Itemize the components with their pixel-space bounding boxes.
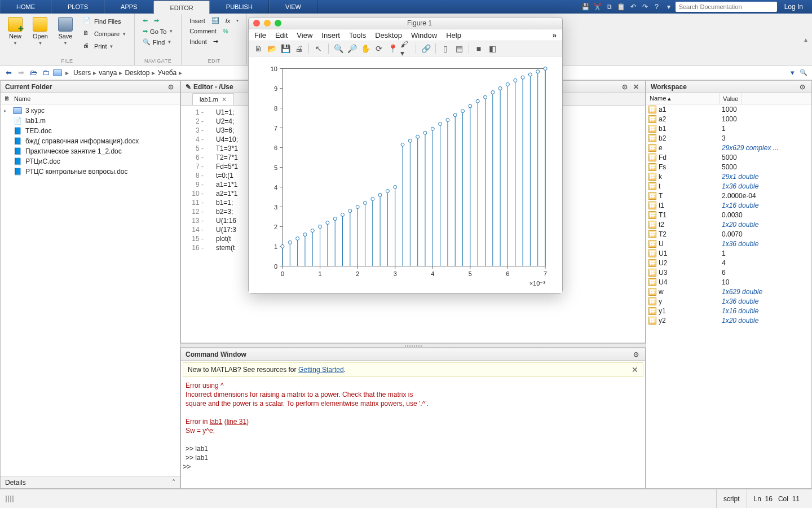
workspace-variable[interactable]: T10.0030	[646, 210, 811, 220]
workspace-variable[interactable]: U1x36 double	[646, 239, 811, 248]
workspace-variable[interactable]: Fs5000	[646, 162, 811, 172]
compare-button[interactable]: 🗎Compare▼	[81, 28, 129, 40]
file-row[interactable]: 📄lab1.m	[1, 116, 180, 126]
expand-details-icon[interactable]: ˄	[172, 479, 175, 487]
command-window-body[interactable]: Error using ^ Incorrect dimensions for r…	[181, 379, 645, 488]
redo-icon[interactable]: ↷	[640, 2, 650, 12]
tab-publish[interactable]: PUBLISH	[210, 0, 269, 14]
menu-window[interactable]: Window	[411, 31, 437, 40]
save-icon[interactable]: 💾	[581, 2, 591, 12]
window-minimize-icon[interactable]	[264, 20, 271, 27]
tab-close-icon[interactable]: ✕	[222, 96, 227, 103]
workspace-variable[interactable]: b23	[646, 133, 811, 143]
nav-up-icon[interactable]: 🗁	[28, 68, 38, 78]
workspace-variable[interactable]: t1x36 double	[646, 181, 811, 191]
brush-icon[interactable]: 🖌▾	[400, 42, 412, 55]
error-file-link[interactable]: lab1	[210, 418, 223, 426]
cut-icon[interactable]: ✂️	[593, 2, 603, 12]
menu-view[interactable]: View	[297, 31, 312, 40]
editor-file-tab[interactable]: lab1.m✕	[192, 93, 234, 105]
help-icon[interactable]: ?	[652, 2, 662, 12]
file-row[interactable]: ▸3 курс	[1, 106, 180, 116]
link-icon[interactable]: 🔗	[420, 42, 432, 55]
save-figure-icon[interactable]: 💾	[279, 42, 292, 55]
workspace-variable[interactable]: a21000	[646, 114, 811, 124]
getting-started-link[interactable]: Getting Started	[298, 366, 344, 374]
pan-icon[interactable]: ✋	[359, 42, 372, 55]
save-button[interactable]: Save▼	[56, 16, 75, 47]
nav-history-icon[interactable]: 🗀	[41, 68, 51, 78]
workspace-variable[interactable]: U24	[646, 258, 811, 268]
find-button[interactable]: Find▼	[140, 37, 175, 47]
workspace-variable[interactable]: U36	[646, 268, 811, 277]
file-row[interactable]: 📘TED.doc	[1, 126, 180, 136]
workspace-variable[interactable]: y11x16 double	[646, 306, 811, 316]
panel-menu-icon[interactable]: ⊙	[632, 350, 641, 359]
breadcrumb[interactable]: Users	[72, 69, 92, 77]
dropdown-icon[interactable]: ▾	[664, 2, 674, 12]
workspace-variable[interactable]: Fd5000	[646, 152, 811, 162]
find-files-button[interactable]: 📄Find Files	[81, 16, 129, 27]
goto-button[interactable]: ➡Go To▼	[140, 27, 175, 36]
nav-back-forward[interactable]: ⬅ ➡	[140, 16, 175, 25]
hide-tools-icon[interactable]: ■	[473, 42, 485, 55]
rotate-icon[interactable]: ⟳	[373, 42, 385, 55]
breadcrumb[interactable]: vanya	[98, 69, 118, 77]
file-row[interactable]: 📘Практическое занятие 1_2.doc	[1, 146, 180, 156]
details-label[interactable]: Details	[5, 479, 26, 487]
collapse-ribbon-icon[interactable]: ▴	[804, 14, 812, 65]
menu-insert[interactable]: Insert	[321, 31, 340, 40]
workspace-variable[interactable]: y1x36 double	[646, 296, 811, 306]
file-row[interactable]: 📘РТЦС контрольные вопросы.doc	[1, 167, 180, 177]
menu-desktop[interactable]: Desktop	[375, 31, 402, 40]
panel-menu-icon[interactable]: ⊙	[620, 82, 629, 91]
menu-help[interactable]: Help	[446, 31, 461, 40]
colorbar-icon[interactable]: ▯	[439, 42, 452, 55]
pointer-icon[interactable]: ↖	[312, 42, 325, 55]
banner-close-icon[interactable]: ✕	[632, 365, 638, 374]
show-tools-icon[interactable]: ◧	[486, 42, 498, 55]
column-header-name[interactable]: Name ▴	[646, 93, 720, 104]
workspace-variable[interactable]: t21x20 double	[646, 220, 811, 229]
new-figure-icon[interactable]: 🗎	[252, 42, 264, 55]
breadcrumb[interactable]: Desktop	[123, 69, 151, 77]
file-row[interactable]: 📘бжд( справочная информация).docx	[1, 136, 180, 146]
path-search-icon[interactable]	[798, 68, 809, 78]
workspace-variable[interactable]: e29x629 complex ...	[646, 143, 811, 152]
open-figure-icon[interactable]: 📂	[266, 42, 278, 55]
tab-plots[interactable]: PLOTS	[51, 0, 104, 14]
indent-button[interactable]: Indent ⇥	[187, 37, 241, 46]
horizontal-splitter[interactable]	[180, 343, 646, 348]
figure-titlebar[interactable]: Figure 1	[249, 17, 562, 29]
workspace-variable[interactable]: U410	[646, 277, 811, 287]
new-button[interactable]: New▼	[6, 16, 25, 47]
file-row[interactable]: 📘РТЦиС.doc	[1, 156, 180, 167]
path-dropdown-icon[interactable]: ▾	[787, 68, 797, 78]
column-header-value[interactable]: Value	[720, 93, 742, 104]
legend-icon[interactable]: ▤	[453, 42, 465, 55]
login-button[interactable]: Log In	[779, 3, 809, 11]
print-button[interactable]: 🖨Print▼	[81, 41, 129, 52]
open-button[interactable]: Open▼	[30, 16, 50, 47]
workspace-variable[interactable]: y21x20 double	[646, 316, 811, 325]
undo-icon[interactable]: ↶	[628, 2, 638, 12]
figure-window[interactable]: Figure 1 FileEditViewInsertToolsDesktopW…	[248, 17, 563, 294]
figure-menu-overflow-icon[interactable]: »	[553, 31, 557, 40]
workspace-variable[interactable]: a11000	[646, 104, 811, 114]
tab-home[interactable]: HOME	[0, 0, 51, 14]
paste-icon[interactable]: 📋	[616, 2, 626, 12]
workspace-variable[interactable]: T20.0070	[646, 229, 811, 239]
tab-editor[interactable]: EDITOR	[153, 1, 209, 14]
workspace-variable[interactable]: U11	[646, 248, 811, 258]
print-figure-icon[interactable]: 🖨	[293, 42, 305, 55]
workspace-variable[interactable]: t11x16 double	[646, 200, 811, 210]
menu-tools[interactable]: Tools	[349, 31, 366, 40]
workspace-variable[interactable]: k29x1 double	[646, 172, 811, 181]
menu-file[interactable]: File	[254, 31, 266, 40]
panel-menu-icon[interactable]: ⊙	[798, 82, 807, 91]
window-maximize-icon[interactable]	[275, 20, 281, 27]
copy-icon[interactable]: ⧉	[604, 2, 615, 12]
breadcrumb[interactable]: Учеба	[156, 69, 178, 77]
error-line-link[interactable]: line 31	[227, 418, 246, 426]
menu-edit[interactable]: Edit	[275, 31, 288, 40]
